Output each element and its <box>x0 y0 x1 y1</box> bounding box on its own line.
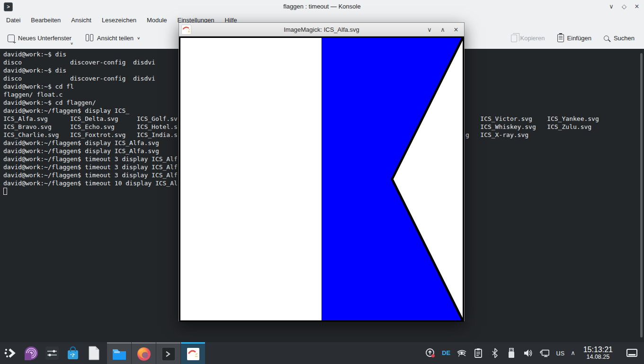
new-tab-label: Neues Unterfenster <box>18 35 72 42</box>
split-view-button[interactable]: Ansicht teilen ∨ <box>83 31 143 45</box>
task-imagemagick[interactable] <box>181 342 205 364</box>
document-icon <box>87 346 100 360</box>
volume-icon[interactable] <box>523 348 533 358</box>
show-desktop-button[interactable] <box>626 349 637 357</box>
maximize-icon[interactable]: ◇ <box>620 2 628 11</box>
document-launcher[interactable] <box>83 342 104 364</box>
split-view-icon <box>86 34 94 42</box>
task-firefox[interactable] <box>132 342 156 364</box>
tor-browser-icon <box>24 346 38 360</box>
application-launcher-button[interactable] <box>0 342 21 364</box>
desktop: > flaggen : timeout — Konsole ∨ ◇ × Date… <box>0 0 644 364</box>
system-settings-launcher[interactable] <box>42 342 63 364</box>
new-tab-icon <box>8 35 15 42</box>
system-tray: DE <box>425 346 644 360</box>
tray-expander-chevron-icon[interactable]: ∧ <box>571 349 575 356</box>
folder-icon <box>112 348 126 360</box>
menu-bearbeiten[interactable]: Bearbeiten <box>26 15 66 26</box>
copy-icon <box>511 35 517 42</box>
imagemagick-titlebar[interactable]: ImageMagick: ICS_Alfa.svg ∨ ∧ × <box>179 23 464 36</box>
task-dolphin[interactable] <box>107 342 131 364</box>
clipboard-icon[interactable] <box>473 348 483 358</box>
discover-launcher[interactable] <box>63 342 83 364</box>
terminal-output-right-columns: ICS_Victor.svg ICS_Yankee.svg ICS_Whiske… <box>465 115 599 139</box>
close-icon[interactable]: × <box>633 2 641 11</box>
split-view-label: Ansicht teilen <box>97 35 134 42</box>
menu-datei[interactable]: Datei <box>1 15 26 26</box>
minimize-icon[interactable]: ∨ <box>607 2 616 11</box>
copy-label: Kopieren <box>520 35 545 42</box>
menu-module[interactable]: Module <box>142 15 172 26</box>
paste-icon <box>557 34 564 42</box>
viewer-maximize-icon[interactable]: ∧ <box>438 26 447 34</box>
settings-sliders-icon <box>45 346 59 360</box>
usb-device-icon[interactable] <box>506 348 517 358</box>
digital-clock[interactable]: 15:13:21 14.08.25 <box>581 346 615 360</box>
task-konsole[interactable] <box>156 342 180 364</box>
terminal-output: david@work:~$ dis disco discover-config … <box>3 50 178 187</box>
konsole-window-title: flaggen : timeout — Konsole <box>0 0 644 13</box>
keyboard-layout-us-indicator[interactable]: us <box>556 348 564 358</box>
terminal-scrollbar[interactable] <box>640 53 643 337</box>
terminal-cursor <box>3 188 7 195</box>
bluetooth-icon[interactable] <box>490 348 500 358</box>
kde-launcher-icon <box>4 346 17 360</box>
konsole-titlebar[interactable]: > flaggen : timeout — Konsole ∨ ◇ × <box>0 0 644 13</box>
split-view-chevron-icon: ∨ <box>137 36 140 40</box>
firefox-icon <box>137 347 151 361</box>
display-connect-icon[interactable] <box>539 348 550 358</box>
search-icon <box>604 36 609 41</box>
discover-bag-icon <box>66 346 80 360</box>
clock-time: 15:13:21 <box>583 346 613 354</box>
paste-button[interactable]: Einfügen <box>555 31 594 45</box>
paste-label: Einfügen <box>567 35 591 42</box>
menu-ansicht[interactable]: Ansicht <box>66 15 97 26</box>
tor-browser-launcher[interactable] <box>21 342 42 364</box>
menu-lesezeichen[interactable]: Lesezeichen <box>97 15 142 26</box>
viewer-minimize-icon[interactable]: ∨ <box>425 26 434 34</box>
eye-icon[interactable] <box>456 348 467 358</box>
search-label: Suchen <box>614 35 635 42</box>
clock-date: 14.08.25 <box>583 354 613 360</box>
viewer-close-icon[interactable]: × <box>452 26 460 34</box>
flag-image-alfa[interactable] <box>179 36 464 322</box>
copy-button[interactable]: Kopieren <box>508 32 548 45</box>
konsole-terminal-icon <box>161 347 176 361</box>
new-tab-button[interactable]: Neues Unterfenster ∨ <box>5 32 74 45</box>
imagemagick-window: ImageMagick: ICS_Alfa.svg ∨ ∧ × <box>179 22 465 321</box>
keyboard-layout-de-indicator[interactable]: DE <box>442 349 450 356</box>
imagemagick-window-title: ImageMagick: ICS_Alfa.svg <box>179 23 464 36</box>
taskbar: DE <box>0 342 644 364</box>
imagemagick-task-icon <box>186 347 200 361</box>
updates-available-icon[interactable] <box>425 348 436 358</box>
search-button[interactable]: Suchen <box>601 32 637 45</box>
new-tab-menu-arrow-icon: ∨ <box>70 42 73 46</box>
